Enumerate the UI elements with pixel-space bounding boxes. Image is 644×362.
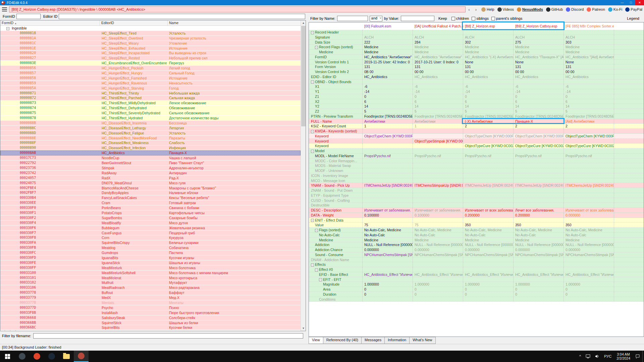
field-row-addiction-chance[interactable]: Addiction Chance0.0000000.0000000.000000…: [309, 247, 644, 252]
ingestible-row-SquirrelStick[interactable]: 000366BBSquirrelStickШашлык из белки: [0, 320, 301, 325]
value-cell-3[interactable]: -14: [514, 89, 564, 94]
value-cell-0[interactable]: [363, 178, 413, 183]
ingestible-row-MedX[interactable]: 00033779MedXМед-X: [0, 295, 301, 300]
value-cell-1[interactable]: 2017-10-21 User: 0 Index: 0: [413, 60, 463, 64]
value-cell-3[interactable]: 0: [514, 287, 564, 292]
collapse-icon[interactable]: −: [315, 46, 318, 49]
close-button[interactable]: ✕: [635, 0, 644, 5]
value-cell-2[interactable]: 2: [463, 124, 514, 128]
taskbar-steam-icon[interactable]: [44, 351, 59, 362]
value-cell-3[interactable]: 275: [514, 40, 564, 45]
value-cell-4[interactable]: HC_Antibiotics: [564, 74, 614, 79]
ingestible-row-HC_HungerEffect_Hungry[interactable]: 00000857HC_HungerEffect_HungryСильный Го…: [0, 71, 301, 76]
value-cell-4[interactable]: Medicine: [564, 50, 614, 54]
value-cell-2[interactable]: No Auto-Calc: [463, 233, 514, 237]
ingestible-row-HC_SleepEffect_Tired[interactable]: 00000818HC_SleepEffect_TiredУсталость: [0, 31, 301, 36]
field-row-modf-unknown[interactable]: MODF - Unknown: [309, 168, 644, 173]
ingestible-row-RadX[interactable]: 00024057RadXРад-X: [0, 176, 301, 181]
ingestible-row-HC_DiseaseEffect_Infection[interactable]: 00000890HC_DiseaseEffect_InfectionИнфекц…: [0, 145, 301, 150]
value-cell-4[interactable]: HC_Antibiotics "[Aid] Антибиот...: [564, 55, 614, 59]
start-button[interactable]: [0, 351, 15, 362]
value-cell-2[interactable]: [463, 193, 514, 198]
taskbar-app-icon-1[interactable]: [15, 351, 30, 362]
field-row-full-name[interactable]: FULL - NameАнтибиотикиАнтибиотики(-X) Ан…: [309, 119, 644, 124]
value-cell-1[interactable]: [413, 163, 463, 168]
value-cell-0[interactable]: No Auto-Calc: [363, 233, 413, 237]
value-cell-2[interactable]: ALCH: [463, 35, 514, 40]
field-row-destructible[interactable]: Destructible: [309, 203, 644, 208]
scroll-down-icon[interactable]: ▼: [301, 326, 306, 331]
value-cell-1[interactable]: HC_Antibiotics_Effect "Излечив...: [413, 272, 463, 277]
value-cell-2[interactable]: HC_Antibiotics: [463, 74, 514, 79]
value-cell-2[interactable]: NULL - Null Reference [00000000]: [463, 242, 514, 247]
value-cell-3[interactable]: 0.000000: [514, 247, 564, 252]
value-cell-1[interactable]: [413, 134, 463, 138]
ingestible-row-HC_HungerEffect_Ravenous[interactable]: 00000859HC_HungerEffect_RavenousНенасытн…: [0, 81, 301, 86]
value-cell-2[interactable]: Medicine: [463, 45, 514, 49]
value-cell-1[interactable]: HC_Antibiotics "Антибиотики" [...: [413, 55, 463, 59]
field-row-data-weight[interactable]: DATA - Weight0.1000000.1000000.2000000.2…: [309, 213, 644, 218]
value-cell-0[interactable]: ITMChemsJetUp [SNDR:00249C45]: [363, 183, 413, 188]
value-cell-0[interactable]: 5: [363, 109, 413, 114]
ingestible-row-Stimpak[interactable]: 00023736StimpakАдреналин-инъектор: [0, 166, 301, 171]
field-row-version-control-info-1[interactable]: Version Control Info 12019-11-25 User: 4…: [309, 60, 644, 65]
field-row-y1[interactable]: Y1-14-14-14-14-14: [309, 89, 644, 94]
value-cell-0[interactable]: [363, 277, 413, 282]
value-cell-0[interactable]: 0.000000: [363, 247, 413, 252]
value-cell-3[interactable]: No Auto-Calc, Medicine: [514, 228, 564, 232]
value-cell-3[interactable]: 2: [514, 124, 564, 128]
value-cell-0[interactable]: [363, 163, 413, 168]
ingestible-row-SquirrelBits[interactable]: 000366BCSquirrelBitsКусочки белки: [0, 325, 301, 330]
checkbox-siblings[interactable]: [472, 17, 475, 20]
value-cell-0[interactable]: HC_Antibiotics: [363, 74, 413, 79]
value-cell-4[interactable]: Props\Pyscho.nif: [564, 154, 614, 158]
ingestible-row-BeerGwinnettStout[interactable]: 00022792BeerGwinnettStoutПиво "Гвиннет С…: [0, 161, 301, 166]
value-cell-2[interactable]: [463, 79, 514, 84]
value-cell-1[interactable]: [413, 148, 463, 153]
value-cell-2[interactable]: 302: [463, 40, 514, 45]
value-cell-1[interactable]: [413, 257, 463, 262]
value-cell-0[interactable]: Medicine: [363, 238, 413, 242]
ingestible-row-MeatMirelurkSoftshell[interactable]: 00033100MeatMirelurkSoftshellМясо болотн…: [0, 270, 301, 276]
tab-what-s-new[interactable]: What's New: [410, 337, 435, 344]
field-row-medicine[interactable]: MedicineMedicineMedicineMedicineMedicine…: [309, 238, 644, 243]
value-cell-3[interactable]: Лечит все заболевания.: [514, 208, 564, 213]
tab-view[interactable]: View: [309, 337, 323, 344]
value-cell-2[interactable]: 0: [463, 94, 514, 99]
value-cell-1[interactable]: 5: [413, 109, 463, 114]
value-cell-1[interactable]: 131: [413, 64, 463, 69]
value-cell-3[interactable]: [514, 159, 564, 163]
value-cell-2[interactable]: 00 00: [463, 69, 514, 74]
ingestible-row-HC_ThirstEffect_Dehydrated[interactable]: 00000874HC_ThirstEffect_DehydratedОбезво…: [0, 106, 301, 111]
value-cell-1[interactable]: [413, 168, 463, 173]
taskbar-fo4edit-icon[interactable]: [74, 351, 89, 362]
value-cell-1[interactable]: [413, 173, 463, 178]
value-cell-2[interactable]: ObjectTypeCure [KYWD:0C002C...: [463, 143, 514, 148]
value-cell-4[interactable]: [564, 262, 614, 267]
value-cell-2[interactable]: 131: [463, 64, 514, 69]
value-cell-2[interactable]: Medicine: [463, 238, 514, 242]
value-cell-2[interactable]: NPCHumanChemsStimpak [SN...: [463, 252, 514, 257]
value-cell-4[interactable]: 00 00: [564, 69, 614, 74]
value-cell-3[interactable]: 1.000000: [514, 282, 564, 287]
value-cell-2[interactable]: [463, 178, 514, 183]
value-cell-4[interactable]: [564, 129, 614, 133]
value-cell-1[interactable]: [413, 262, 463, 267]
ingestible-row-Cram[interactable]: 000330EECramГотовый завтрак: [0, 200, 301, 205]
value-cell-0[interactable]: Props\Pyscho.nif: [363, 154, 413, 158]
value-cell-4[interactable]: [564, 178, 614, 183]
field-row-ptrn-preview-transform[interactable]: PTRN - Preview TransformFoodInjector [TR…: [309, 114, 644, 119]
value-cell-4[interactable]: [564, 267, 614, 272]
value-cell-0[interactable]: [363, 297, 413, 302]
ingestible-row-HC_HungerEffect_Peckish[interactable]: 00000856HC_HungerEffect_PeckishЛегкий го…: [0, 66, 301, 71]
value-cell-2[interactable]: [463, 297, 514, 302]
language-indicator[interactable]: РУС: [602, 351, 614, 362]
value-cell-1[interactable]: [413, 267, 463, 272]
value-cell-2[interactable]: HC_Antibiotics "(-X) Антибиоти...: [463, 55, 514, 59]
field-row-keyword[interactable]: KeywordObjectTypeStimpak [KYWD:000F...: [309, 139, 644, 144]
value-cell-4[interactable]: [Aid] Антибиотики: [564, 119, 614, 124]
plugin-column-header-3[interactable]: [B9] Z_Horizon Catboy.esp: [514, 22, 564, 30]
value-cell-0[interactable]: [363, 159, 413, 163]
value-cell-1[interactable]: [413, 30, 463, 35]
field-row-data-size[interactable]: Data Size222284302275303: [309, 40, 644, 45]
